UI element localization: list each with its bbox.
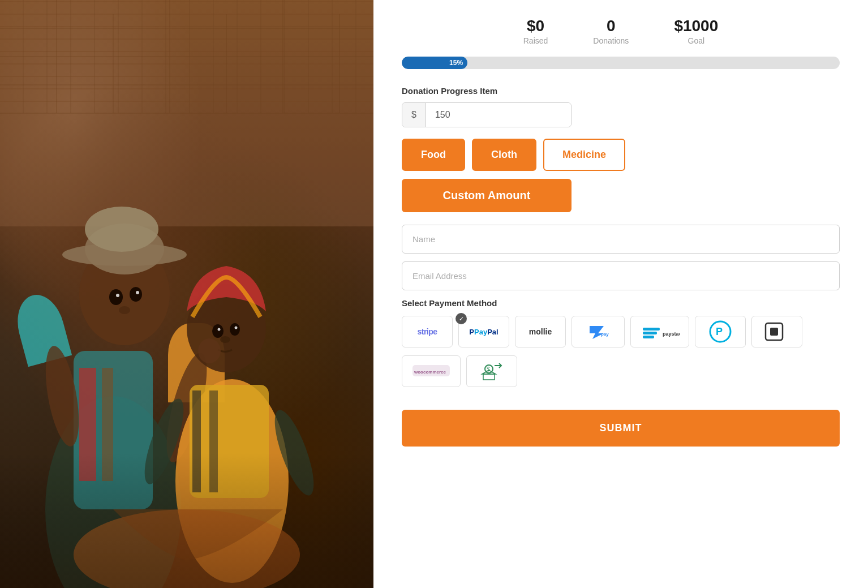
donation-form-panel: $0 Raised 0 Donations $1000 Goal 15% Don… [373,0,868,588]
svg-point-20 [130,287,142,302]
mollie-logo: mollie [529,327,552,336]
stripe-logo: stripe [417,327,437,336]
progress-bar-fill: 15% [402,57,467,69]
woocommerce-payment[interactable]: woocommerce [402,355,461,387]
svg-point-19 [109,289,123,305]
stats-row: $0 Raised 0 Donations $1000 Goal [402,17,840,45]
goal-label: Goal [674,36,718,45]
payrexx-payment[interactable]: P [695,316,746,347]
mollie-payment[interactable]: mollie [515,316,566,347]
svg-text:paystack: paystack [663,331,680,337]
paystack-payment[interactable]: paystack [630,316,689,347]
amount-input-row: $ [402,102,571,127]
svg-rect-55 [483,374,495,380]
razorpay-logo: pay [581,323,615,340]
raised-stat: $0 Raised [523,17,548,45]
food-button[interactable]: Food [402,139,465,171]
stripe-payment[interactable]: stripe [402,316,453,347]
svg-rect-43 [643,328,660,331]
hero-image [0,0,373,588]
bank-transfer-logo: $ [478,360,506,383]
donations-value: 0 [593,17,629,35]
payment-section-label: Select Payment Method [402,298,840,308]
amount-input[interactable] [426,103,571,127]
square-logo [763,320,791,343]
category-buttons: Food Cloth Medicine [402,139,840,171]
svg-rect-45 [643,336,654,338]
svg-point-23 [119,306,130,314]
goal-value: $1000 [674,17,718,35]
svg-rect-44 [643,332,657,334]
custom-amount-button[interactable]: Custom Amount [402,179,571,212]
svg-rect-50 [770,328,778,336]
svg-point-31 [212,324,224,338]
progress-bar-container: 15% [402,57,840,69]
svg-point-33 [218,328,221,331]
svg-text:woocommerce: woocommerce [414,370,446,375]
payment-methods-row2: woocommerce $ [402,355,840,387]
currency-symbol: $ [402,103,426,127]
payment-methods-row1: stripe ✓ PPayPal mollie pay p [402,316,840,347]
svg-point-34 [235,327,238,329]
paypal-logo: PPayPal [469,328,498,336]
raised-label: Raised [523,36,548,45]
payrexx-logo: P [709,320,732,343]
svg-point-36 [198,338,221,363]
svg-text:pay: pay [601,332,609,337]
woocommerce-logo: woocommerce [411,362,451,380]
svg-text:P: P [716,326,723,337]
donations-stat: 0 Donations [593,17,629,45]
svg-point-22 [136,291,139,294]
svg-point-18 [85,207,158,252]
razorpay-payment[interactable]: pay [571,316,625,347]
raised-value: $0 [523,17,548,35]
email-input[interactable] [402,261,840,290]
medicine-button[interactable]: Medicine [543,139,625,171]
cloth-button[interactable]: Cloth [472,139,536,171]
svg-point-35 [220,336,230,343]
progress-bar-label: 15% [449,59,463,67]
svg-point-21 [116,294,119,297]
bank-transfer-payment[interactable]: $ [466,355,517,387]
paypal-payment[interactable]: ✓ PPayPal [458,316,509,347]
paystack-logo: paystack [640,323,680,340]
square-payment[interactable] [751,316,802,347]
svg-rect-40 [0,453,373,588]
name-input[interactable] [402,225,840,254]
svg-point-32 [230,323,240,336]
donations-label: Donations [593,36,629,45]
goal-stat: $1000 Goal [674,17,718,45]
donation-section-label: Donation Progress Item [402,86,840,96]
paypal-selected-check: ✓ [456,313,467,324]
submit-button[interactable]: SUBMIT [402,410,840,447]
